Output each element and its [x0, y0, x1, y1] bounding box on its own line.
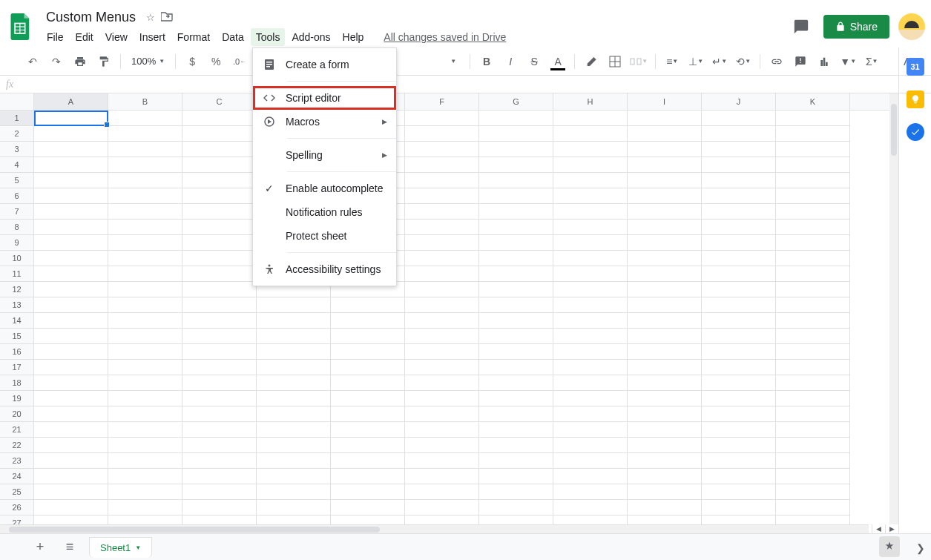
cell-A1[interactable]: [34, 111, 108, 126]
explore-button[interactable]: [879, 536, 900, 557]
cell-E25[interactable]: [331, 484, 405, 500]
cell-A12[interactable]: [34, 282, 108, 297]
doc-title[interactable]: Custom Menus: [42, 8, 140, 27]
row-header-22[interactable]: 22: [0, 438, 34, 453]
cell-B6[interactable]: [108, 188, 182, 204]
menu-help[interactable]: Help: [338, 28, 369, 46]
cell-B26[interactable]: [108, 500, 182, 515]
user-avatar[interactable]: [898, 13, 925, 40]
sheet-tab-dropdown-icon[interactable]: ▼: [135, 544, 141, 551]
cell-K8[interactable]: [776, 220, 850, 235]
redo-button[interactable]: ↷: [46, 51, 67, 72]
cell-C12[interactable]: [182, 282, 257, 297]
cell-G3[interactable]: [479, 142, 553, 157]
cell-H25[interactable]: [553, 484, 628, 500]
cell-C23[interactable]: [182, 453, 257, 469]
col-header-C[interactable]: C: [182, 93, 257, 110]
menu-view[interactable]: View: [100, 28, 133, 46]
cell-F18[interactable]: [405, 375, 479, 391]
cell-F2[interactable]: [405, 126, 479, 142]
cell-G2[interactable]: [479, 126, 553, 142]
menu-insert[interactable]: Insert: [134, 28, 171, 46]
tools-protect-sheet[interactable]: Protect sheet: [253, 224, 396, 248]
cell-G4[interactable]: [479, 157, 553, 173]
cell-D16[interactable]: [257, 344, 331, 360]
col-header-A[interactable]: A: [34, 93, 108, 110]
cell-I5[interactable]: [628, 173, 702, 188]
cell-E24[interactable]: [331, 469, 405, 484]
cell-B1[interactable]: [108, 111, 182, 126]
tools-notification-rules[interactable]: Notification rules: [253, 200, 396, 224]
decrease-decimal-button[interactable]: .0←: [229, 51, 250, 72]
vscroll-thumb[interactable]: [891, 104, 897, 156]
cell-K24[interactable]: [776, 469, 850, 484]
cell-D26[interactable]: [257, 500, 331, 515]
cell-C17[interactable]: [182, 360, 257, 375]
cell-F8[interactable]: [405, 220, 479, 235]
cell-G24[interactable]: [479, 469, 553, 484]
tasks-addon-icon[interactable]: [907, 123, 924, 141]
cell-J21[interactable]: [702, 422, 776, 438]
cell-A7[interactable]: [34, 204, 108, 220]
cell-G6[interactable]: [479, 188, 553, 204]
cell-B5[interactable]: [108, 173, 182, 188]
cell-I1[interactable]: [628, 111, 702, 126]
col-header-J[interactable]: J: [702, 93, 776, 110]
cell-F15[interactable]: [405, 329, 479, 344]
cell-C3[interactable]: [182, 142, 257, 157]
cell-F13[interactable]: [405, 297, 479, 313]
cell-G19[interactable]: [479, 391, 553, 406]
cell-H8[interactable]: [553, 220, 628, 235]
row-header-7[interactable]: 7: [0, 204, 34, 220]
cell-G7[interactable]: [479, 204, 553, 220]
comment-insert-button[interactable]: [790, 51, 811, 72]
cell-B16[interactable]: [108, 344, 182, 360]
hscroll-thumb[interactable]: [9, 527, 380, 533]
cell-C13[interactable]: [182, 297, 257, 313]
cell-G1[interactable]: [479, 111, 553, 126]
format-currency-button[interactable]: $: [182, 51, 203, 72]
cell-A19[interactable]: [34, 391, 108, 406]
cell-K26[interactable]: [776, 500, 850, 515]
cell-J8[interactable]: [702, 220, 776, 235]
cell-D14[interactable]: [257, 313, 331, 329]
cell-I7[interactable]: [628, 204, 702, 220]
cell-J10[interactable]: [702, 251, 776, 266]
cell-K20[interactable]: [776, 406, 850, 422]
cell-C9[interactable]: [182, 235, 257, 251]
cell-B24[interactable]: [108, 469, 182, 484]
cell-A3[interactable]: [34, 142, 108, 157]
cell-F24[interactable]: [405, 469, 479, 484]
cell-I18[interactable]: [628, 375, 702, 391]
cell-E15[interactable]: [331, 329, 405, 344]
cell-I11[interactable]: [628, 266, 702, 282]
cell-I14[interactable]: [628, 313, 702, 329]
cell-C15[interactable]: [182, 329, 257, 344]
select-all-corner[interactable]: [0, 93, 34, 110]
bold-button[interactable]: B: [476, 51, 497, 72]
cell-I16[interactable]: [628, 344, 702, 360]
undo-button[interactable]: ↶: [22, 51, 43, 72]
cell-J1[interactable]: [702, 111, 776, 126]
cell-E13[interactable]: [331, 297, 405, 313]
cell-H22[interactable]: [553, 438, 628, 453]
cell-C7[interactable]: [182, 204, 257, 220]
horizontal-scrollbar[interactable]: [0, 524, 869, 533]
cell-H26[interactable]: [553, 500, 628, 515]
cell-A22[interactable]: [34, 438, 108, 453]
cell-A11[interactable]: [34, 266, 108, 282]
cell-K22[interactable]: [776, 438, 850, 453]
menu-data[interactable]: Data: [217, 28, 249, 46]
cell-F12[interactable]: [405, 282, 479, 297]
cell-B19[interactable]: [108, 391, 182, 406]
cell-E23[interactable]: [331, 453, 405, 469]
row-header-9[interactable]: 9: [0, 235, 34, 251]
save-status[interactable]: All changes saved in Drive: [384, 31, 506, 43]
cell-F7[interactable]: [405, 204, 479, 220]
cell-E21[interactable]: [331, 422, 405, 438]
cell-B17[interactable]: [108, 360, 182, 375]
cell-C10[interactable]: [182, 251, 257, 266]
cell-I4[interactable]: [628, 157, 702, 173]
italic-button[interactable]: I: [500, 51, 521, 72]
cell-F21[interactable]: [405, 422, 479, 438]
